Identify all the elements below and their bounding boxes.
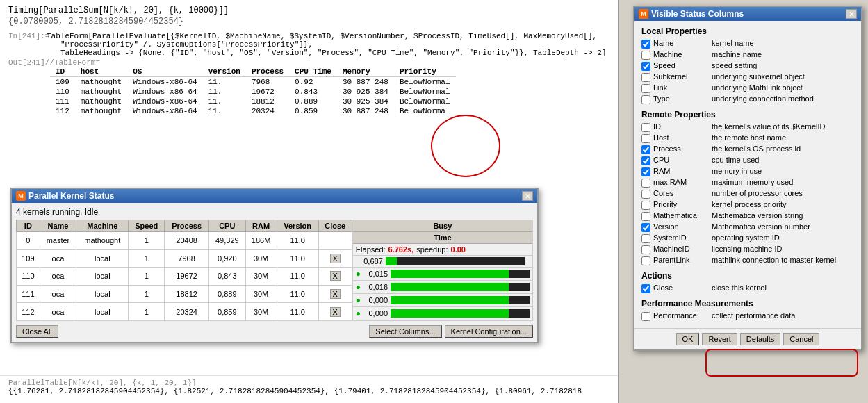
kernel-table-cell[interactable] [318,232,352,250]
time-col-header: Time [353,232,532,244]
kernel-col-header: ID [17,220,40,232]
panel-close-button[interactable]: ✕ [846,9,857,19]
property-checkbox[interactable] [641,51,650,60]
timing-output: {0.0780005, 2.71828182845904452354} [8,17,609,26]
table-cell: 20324 [246,106,289,116]
revert-button[interactable]: Revert [702,333,737,345]
kernel-table-cell: 1 [129,268,165,286]
kernel-table-cell: 111 [17,285,40,303]
kernel-table-cell[interactable]: X [318,268,352,286]
property-checkbox[interactable] [641,73,650,82]
property-row: SystemIDoperating system ID [641,233,854,243]
property-checkbox[interactable] [641,62,650,71]
property-name: Mathematica [653,211,709,220]
property-name: Machine [653,50,709,58]
kernel-config-button[interactable]: Kernel Configuration... [445,325,533,338]
property-checkbox[interactable] [641,179,650,188]
table-cell: mathought [75,77,127,88]
property-checkbox[interactable] [641,95,650,104]
property-checkbox[interactable] [641,190,650,199]
kernel-table-cell: 0,889 [209,285,246,303]
kernel-table-cell[interactable]: X [318,285,352,303]
table-cell: BelowNormal [394,77,456,88]
kernel-table-cell: 0,843 [209,268,246,286]
property-row: IDthe kernel's value of its $KernelID [641,122,854,132]
table-header: Priority [394,67,456,77]
property-checkbox[interactable] [641,223,650,232]
kernel-col-header: Machine [76,220,129,232]
table-cell: 11. [203,87,246,97]
property-desc: speed setting [712,61,757,69]
section-header: Local Properties [641,26,854,36]
kernel-table-cell[interactable]: X [318,303,352,321]
kernel-table-cell[interactable]: X [318,249,352,268]
kernel-table-cell: 186M [245,232,277,250]
property-checkbox[interactable] [641,245,650,254]
table-cell: BelowNormal [394,97,456,106]
kernel-table-row: 0mastermathought12040849,329186M11.0 [17,232,352,250]
close-all-button[interactable]: Close All [16,325,58,338]
property-row: CPUcpu time used [641,156,854,165]
kernel-table-cell: 1 [129,232,165,250]
progress-row: ●0,016 [353,281,532,294]
property-checkbox[interactable] [641,134,650,143]
property-desc: kernel process priority [712,200,787,208]
property-row: Typeunderlying connection method [641,94,854,104]
property-desc: kernel name [712,39,754,47]
cancel-button[interactable]: Cancel [783,333,819,345]
kernel-table-cell: local [40,268,76,286]
kernel-table-cell: master [40,232,76,250]
property-checkbox[interactable] [641,234,650,243]
property-row: Machinemachine name [641,50,854,60]
table-cell: mathought [75,106,127,116]
property-row: Prioritykernel process priority [641,200,854,210]
property-checkbox[interactable] [641,284,650,293]
property-checkbox[interactable] [641,84,650,93]
right-buttons: Select Columns... Kernel Configuration..… [369,325,533,338]
progress-row: ●0,000 [353,294,532,307]
property-checkbox[interactable] [641,156,650,165]
table-cell: 11. [203,77,246,88]
property-row: RAMmemory in use [641,167,854,176]
kernel-table-cell: 20324 [165,303,209,321]
kernel-table-cell: 49,329 [209,232,246,250]
property-row: Subkernelunderlying subkernel object [641,72,854,82]
defaults-button[interactable]: Defaults [740,333,780,345]
table-cell: 0.889 [289,97,337,106]
in241-cell: In[241]:= TableForm[ParallelEvaluate[{$K… [8,32,609,57]
property-desc: the remote host name [712,133,786,142]
kernel-table: IDNameMachineSpeedProcessCPURAMVersionCl… [16,220,352,321]
property-checkbox[interactable] [641,212,650,221]
kernel-table-cell: 1 [129,249,165,268]
table-cell: 0.859 [289,106,337,116]
kernel-col-header: Process [165,220,209,232]
table-cell: BelowNormal [394,87,456,97]
kernel-table-cell: 0,859 [209,303,246,321]
property-name: SystemID [653,233,709,242]
panel-title-left: M Visible Status Columns [639,9,744,19]
property-checkbox[interactable] [641,256,650,265]
kernel-col-header: RAM [245,220,277,232]
property-checkbox[interactable] [641,312,650,321]
property-checkbox[interactable] [641,40,650,49]
select-columns-button[interactable]: Select Columns... [369,325,441,338]
property-desc: licensing machine ID [712,245,783,253]
kernel-table-cell: 112 [17,303,40,321]
property-checkbox[interactable] [641,167,650,176]
property-checkbox[interactable] [641,201,650,210]
progress-bar [391,283,530,291]
progress-bar [391,296,530,304]
ok-button[interactable]: OK [676,333,700,345]
property-row: Namekernel name [641,39,854,49]
property-checkbox[interactable] [641,123,650,132]
table-cell: BelowNormal [394,106,456,116]
property-checkbox[interactable] [641,145,650,154]
table-cell: Windows-x86-64 [127,77,202,88]
progress-row: 0,687 [353,256,532,268]
kernel-close-button[interactable]: ✕ [522,191,533,201]
kernel-title-left: M Parallel Kernel Status [16,191,114,201]
timing-code: Timing[ParallelSum[N[k/k!, 20], {k, 1000… [8,6,229,15]
kernel-table-cell: 30M [245,303,277,321]
kernel-table-cell: 7968 [165,249,209,268]
table-row: 110mathoughtWindows-x86-6411.196720.8433… [50,87,456,97]
